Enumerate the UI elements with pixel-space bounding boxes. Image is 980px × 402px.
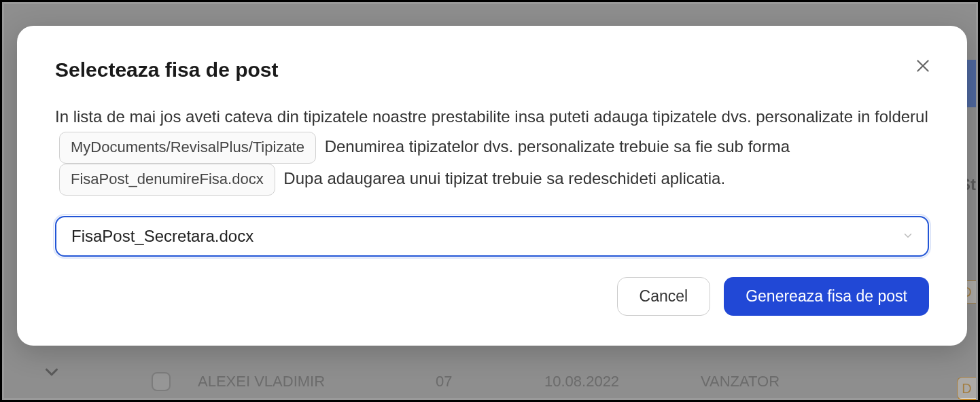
close-button[interactable] — [911, 54, 934, 77]
modal-description: In lista de mai jos aveti cateva din tip… — [55, 102, 929, 196]
desc-part3: Dupa adaugarea unui tipizat trebuie sa r… — [283, 169, 725, 187]
close-icon — [914, 57, 932, 75]
app-backdrop: St D D ALEXEI VLADIMIR 07 10.08.2022 VAN… — [0, 0, 980, 402]
chevron-down-icon — [902, 227, 914, 246]
modal-dialog: Selecteaza fisa de post In lista de mai … — [17, 26, 967, 346]
desc-part1: In lista de mai jos aveti cateva din tip… — [55, 107, 928, 126]
modal-title: Selecteaza fisa de post — [55, 58, 278, 81]
desc-part2: Denumirea tipizatelor dvs. personalizate… — [325, 137, 790, 156]
cancel-button[interactable]: Cancel — [617, 277, 711, 316]
template-select[interactable]: FisaPost_Secretara.docx — [55, 216, 929, 257]
generate-button[interactable]: Genereaza fisa de post — [724, 277, 929, 316]
select-value: FisaPost_Secretara.docx — [71, 227, 253, 246]
modal-footer: Cancel Genereaza fisa de post — [55, 277, 929, 316]
folder-path-chip: MyDocuments/RevisalPlus/Tipizate — [59, 132, 316, 164]
filename-format-chip: FisaPost_denumireFisa.docx — [59, 164, 275, 196]
modal-header: Selecteaza fisa de post — [55, 58, 929, 81]
